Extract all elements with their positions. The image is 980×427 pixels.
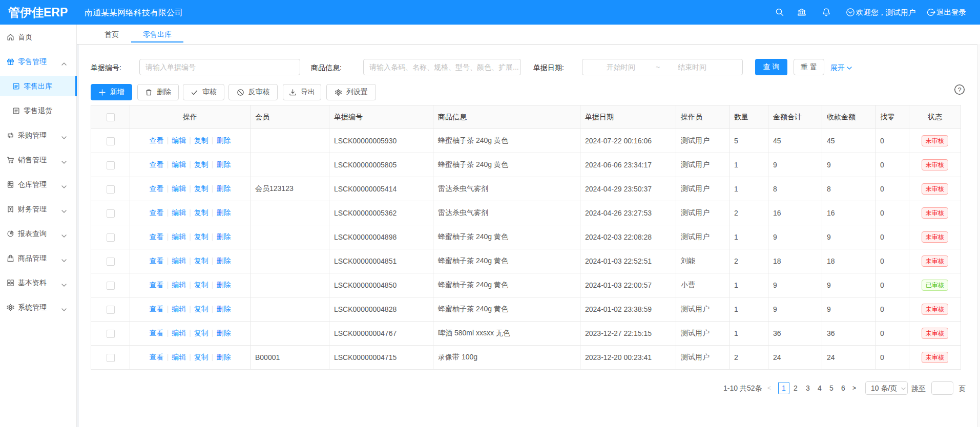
svg-text:?: ? [957,86,961,94]
